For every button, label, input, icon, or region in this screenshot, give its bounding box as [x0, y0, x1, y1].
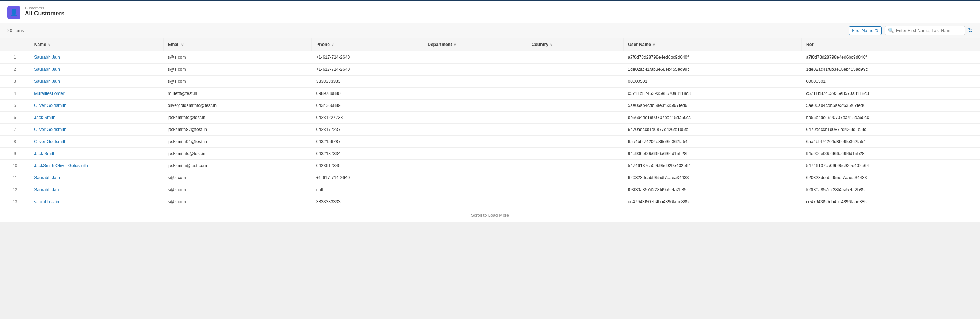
table-container: Name ∨ Email ∨ Phone ∨	[0, 38, 980, 222]
search-input[interactable]	[896, 28, 962, 33]
scroll-to-load-more[interactable]: Scroll to Load More	[0, 208, 980, 222]
refresh-button[interactable]: ↻	[968, 27, 973, 34]
cell-email: s@s.com	[163, 196, 312, 208]
cell-phone: +1-617-714-2640	[312, 63, 423, 76]
table-row: 11 Saurabh Jain s@s.com +1-617-714-2640 …	[0, 172, 980, 184]
cell-country	[527, 76, 623, 87]
cell-name[interactable]: Jack Smith	[30, 148, 163, 160]
cell-phone: 0432156787	[312, 136, 423, 148]
customers-icon: 👤	[7, 6, 21, 19]
cell-rownum: 7	[0, 124, 30, 136]
cell-country	[527, 100, 623, 112]
cell-rownum: 2	[0, 63, 30, 76]
table-row: 2 Saurabh Jain s@s.com +1-617-714-2640 1…	[0, 63, 980, 76]
cell-email: olivergoldsmithfc@test.in	[163, 100, 312, 112]
cell-name[interactable]: Muralitest order	[30, 87, 163, 100]
cell-rownum: 1	[0, 51, 30, 63]
cell-country	[527, 87, 623, 100]
cell-country	[527, 63, 623, 76]
cell-phone: 0423617845	[312, 160, 423, 172]
search-icon: 🔍	[888, 28, 894, 33]
col-header-username[interactable]: User Name ∨	[624, 38, 802, 51]
cell-ref: bb56b4de1990707ba415da60cc	[802, 112, 980, 124]
cell-email: mutettt@test.in	[163, 87, 312, 100]
name-sort-icon: ∨	[48, 43, 50, 47]
cell-username: 1de02ac41f8b3e68eb455ad99c	[624, 63, 802, 76]
cell-department	[423, 76, 527, 87]
cell-ref: 5ae06ab4cdb5ae3f635f67fed6	[802, 100, 980, 112]
table-body: 1 Saurabh Jain s@s.com +1-617-714-2640 a…	[0, 51, 980, 208]
col-header-department[interactable]: Department ∨	[423, 38, 527, 51]
cell-ref: 1de02ac41f8b3e68eb455ad99c	[802, 63, 980, 76]
cell-username: 620323deabf955df7aaea34433	[624, 172, 802, 184]
cell-email: s@s.com	[163, 51, 312, 63]
cell-ref: f03f30a857d228f49a5efa2b85	[802, 184, 980, 196]
cell-name[interactable]: Oliver Goldsmith	[30, 124, 163, 136]
cell-department	[423, 160, 527, 172]
cell-phone: +1-617-714-2640	[312, 51, 423, 63]
cell-department	[423, 51, 527, 63]
cell-username: 54746137ca09b95c929e402e64	[624, 160, 802, 172]
cell-username: c5711b87453935e8570a3118c3	[624, 87, 802, 100]
item-count: 20 items	[7, 28, 24, 33]
cell-phone: +1-617-714-2640	[312, 172, 423, 184]
cell-username: 6470adccb1d0877d426fd1d5fc	[624, 124, 802, 136]
col-header-name[interactable]: Name ∨	[30, 38, 163, 51]
email-sort-icon: ∨	[181, 43, 184, 47]
sort-select[interactable]: First Name ⇅	[848, 26, 882, 35]
cell-name[interactable]: Saurabh Jain	[30, 76, 163, 87]
cell-rownum: 3	[0, 76, 30, 87]
table-row: 6 Jack Smith jacksmithfc@test.in 0423122…	[0, 112, 980, 124]
cell-name[interactable]: JackSmith Oliver Goldsmith	[30, 160, 163, 172]
cell-rownum: 4	[0, 87, 30, 100]
table-row: 10 JackSmith Oliver Goldsmith jacksmith@…	[0, 160, 980, 172]
col-header-rownum	[0, 38, 30, 51]
search-area: First Name ⇅ 🔍 ↻	[848, 26, 973, 35]
header-subtitle: Customers	[25, 6, 64, 10]
col-header-phone[interactable]: Phone ∨	[312, 38, 423, 51]
cell-name[interactable]: Jack Smith	[30, 112, 163, 124]
subheader: 20 items First Name ⇅ 🔍 ↻	[0, 23, 980, 38]
cell-department	[423, 148, 527, 160]
cell-phone: 0989789880	[312, 87, 423, 100]
cell-name[interactable]: Saurabh Jain	[30, 63, 163, 76]
cell-phone: 3333333333	[312, 76, 423, 87]
col-header-email[interactable]: Email ∨	[163, 38, 312, 51]
cell-ref: 6470adccb1d0877d426fd1d5fc	[802, 124, 980, 136]
cell-phone: 0423177237	[312, 124, 423, 136]
cell-username: 94e906e00b6f66a69f6d15b28f	[624, 148, 802, 160]
cell-phone: null	[312, 184, 423, 196]
cell-email: jacksmithfc@test.in	[163, 148, 312, 160]
cell-department	[423, 172, 527, 184]
cell-email: jacksmith@test.com	[163, 160, 312, 172]
customers-table: Name ∨ Email ∨ Phone ∨	[0, 38, 980, 208]
cell-ref: 65a4bbf74204d86e9fe362fa54	[802, 136, 980, 148]
cell-rownum: 10	[0, 160, 30, 172]
cell-department	[423, 124, 527, 136]
cell-phone: 0432187334	[312, 148, 423, 160]
cell-country	[527, 51, 623, 63]
cell-email: s@s.com	[163, 76, 312, 87]
table-header: Name ∨ Email ∨ Phone ∨	[0, 38, 980, 51]
cell-name[interactable]: Saurabh Jain	[30, 172, 163, 184]
cell-department	[423, 196, 527, 208]
cell-name[interactable]: Saurabh Jain	[30, 51, 163, 63]
cell-name[interactable]: Oliver Goldsmith	[30, 136, 163, 148]
cell-name[interactable]: Oliver Goldsmith	[30, 100, 163, 112]
table-row: 5 Oliver Goldsmith olivergoldsmithfc@tes…	[0, 100, 980, 112]
cell-name[interactable]: saurabh Jain	[30, 196, 163, 208]
cell-name[interactable]: Saurabh Jan	[30, 184, 163, 196]
table-row: 3 Saurabh Jain s@s.com 3333333333 000005…	[0, 76, 980, 87]
dept-sort-icon: ∨	[453, 43, 456, 47]
cell-rownum: 9	[0, 148, 30, 160]
cell-email: jacksmith87@test.in	[163, 124, 312, 136]
cell-department	[423, 184, 527, 196]
cell-department	[423, 136, 527, 148]
page-title: All Customers	[25, 10, 64, 17]
country-sort-icon: ∨	[550, 43, 552, 47]
table-row: 4 Muralitest order mutettt@test.in 09897…	[0, 87, 980, 100]
col-header-country[interactable]: Country ∨	[527, 38, 623, 51]
cell-country	[527, 112, 623, 124]
cell-username: ce47943f50eb4bb4896faae885	[624, 196, 802, 208]
cell-country	[527, 124, 623, 136]
